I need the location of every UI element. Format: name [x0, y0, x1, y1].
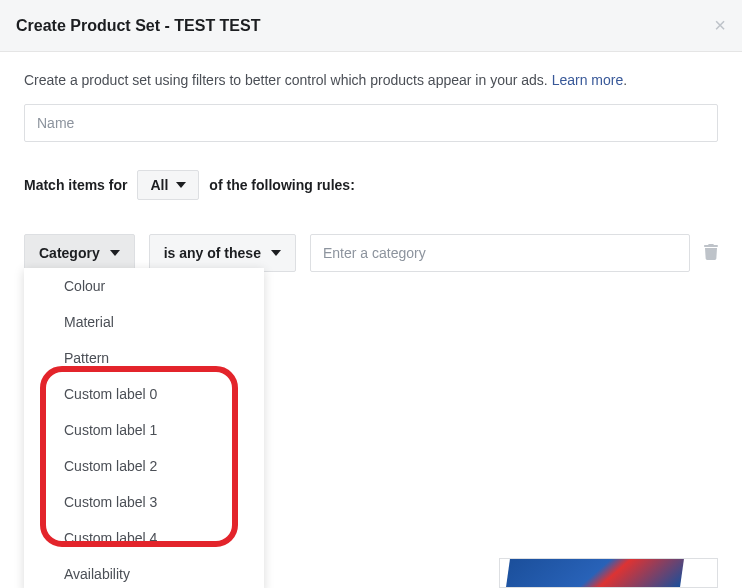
description-text: Create a product set using filters to be…	[24, 72, 718, 88]
product-set-name-input[interactable]	[24, 104, 718, 142]
description-main: Create a product set using filters to be…	[24, 72, 552, 88]
dropdown-item-custom-label-1[interactable]: Custom label 1	[24, 412, 264, 448]
match-scope-select[interactable]: All	[137, 170, 199, 200]
rule-operator-label: is any of these	[164, 245, 261, 261]
dropdown-item-custom-label-3[interactable]: Custom label 3	[24, 484, 264, 520]
dropdown-item-custom-label-4[interactable]: Custom label 4	[24, 520, 264, 556]
trash-icon	[704, 244, 718, 260]
field-dropdown-menu: Colour Material Pattern Custom label 0 C…	[24, 268, 264, 588]
match-rule-row: Match items for All of the following rul…	[24, 170, 718, 200]
filter-rule-row: Category is any of these	[24, 234, 718, 272]
dialog-body: Create a product set using filters to be…	[0, 52, 742, 292]
rule-field-select[interactable]: Category	[24, 234, 135, 272]
dropdown-item-custom-label-2[interactable]: Custom label 2	[24, 448, 264, 484]
dropdown-item-pattern[interactable]: Pattern	[24, 340, 264, 376]
dropdown-item-availability[interactable]: Availability	[24, 556, 264, 588]
learn-more-link[interactable]: Learn more	[552, 72, 624, 88]
match-prefix-label: Match items for	[24, 177, 127, 193]
product-thumbnail[interactable]	[499, 558, 718, 588]
close-icon[interactable]: ×	[714, 14, 726, 37]
dropdown-item-material[interactable]: Material	[24, 304, 264, 340]
rule-value-input[interactable]	[310, 234, 690, 272]
caret-down-icon	[176, 182, 186, 188]
dialog-header: Create Product Set - TEST TEST ×	[0, 0, 742, 52]
caret-down-icon	[110, 250, 120, 256]
rule-field-label: Category	[39, 245, 100, 261]
rule-operator-select[interactable]: is any of these	[149, 234, 296, 272]
delete-rule-button[interactable]	[704, 244, 718, 263]
dropdown-item-colour[interactable]: Colour	[24, 268, 264, 304]
dropdown-item-custom-label-0[interactable]: Custom label 0	[24, 376, 264, 412]
match-scope-label: All	[150, 177, 168, 193]
caret-down-icon	[271, 250, 281, 256]
match-suffix-label: of the following rules:	[209, 177, 354, 193]
dialog-title: Create Product Set - TEST TEST	[16, 17, 260, 35]
